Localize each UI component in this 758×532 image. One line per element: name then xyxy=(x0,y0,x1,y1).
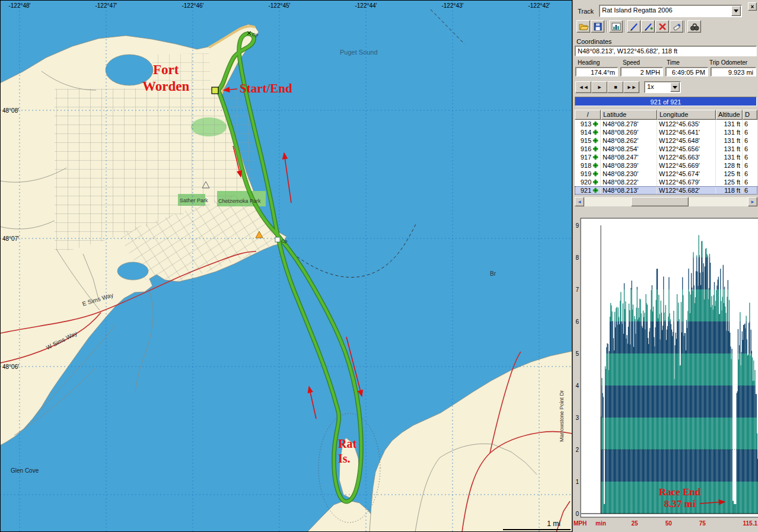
speed-profile-chart[interactable]: 0123456789 min255075115.1 MPH Race End 8… xyxy=(573,212,758,532)
table-row[interactable]: 918N48°08.239'W122°45.669'128 ft6 xyxy=(575,161,757,170)
chevron-down-icon xyxy=(734,9,738,12)
scrollbar-thumb[interactable] xyxy=(631,197,689,206)
axis-tick-label: 5 xyxy=(575,351,579,357)
cell-number: 913 xyxy=(575,120,601,128)
time-label: Time xyxy=(667,59,680,66)
column-header[interactable]: / xyxy=(575,110,601,120)
delete-button[interactable] xyxy=(655,20,669,33)
table-row[interactable]: 914N48°08.269'W122°45.641'131 ft6 xyxy=(575,128,757,136)
cell-altitude: 131 ft xyxy=(716,120,743,128)
map-panel[interactable]: Puget Sound Glen Cove Chetzemoka Park Sa… xyxy=(0,0,572,532)
current-trackpoint-marker[interactable] xyxy=(212,87,218,94)
column-header[interactable]: Latitude xyxy=(601,110,657,120)
cell-number: 919 xyxy=(575,170,601,178)
chetzemoka-label: Chetzemoka Park xyxy=(218,198,261,204)
start-end-label: Start/End xyxy=(240,81,292,95)
play-button[interactable]: ► xyxy=(591,81,607,93)
table-row[interactable]: 921N48°08.213'W122°45.682'118 ft6 xyxy=(575,186,757,195)
table-row[interactable]: 920N48°08.222'W122°45.679'125 ft6 xyxy=(575,178,757,186)
playback-speed-selector[interactable]: 1x xyxy=(644,81,681,93)
track-selector[interactable]: Rat Island Regatta 2006 xyxy=(599,5,742,17)
open-button[interactable] xyxy=(577,20,590,33)
cell-extra: 6 xyxy=(743,145,757,153)
axis-tick-label: -122°44' xyxy=(355,2,377,9)
playback-speed-dropdown[interactable] xyxy=(670,82,680,92)
table-row[interactable]: 916N48°08.254'W122°45.656'131 ft6 xyxy=(575,145,757,153)
table-hscrollbar[interactable]: ◄ ► xyxy=(575,197,757,206)
heading-label: Heading xyxy=(578,59,600,66)
toolbar-separator xyxy=(624,21,625,33)
cell-latitude: N48°08.239' xyxy=(601,161,657,170)
cell-latitude: N48°08.262' xyxy=(601,136,657,145)
cp-ferry-label: Cp xyxy=(281,238,288,244)
axis-tick-label: -122°46' xyxy=(181,2,203,9)
axis-tick-label: 25 xyxy=(632,520,639,527)
table-row[interactable]: 917N48°08.247'W122°45.663'131 ft6 xyxy=(575,153,757,161)
playback-speed-value: 1x xyxy=(647,83,654,90)
axis-tick-label: 7 xyxy=(575,286,579,293)
cell-extra: 6 xyxy=(743,170,757,178)
trip-odometer-field: 9.923 mi xyxy=(711,67,756,77)
open-icon xyxy=(578,22,589,31)
cell-altitude: 131 ft xyxy=(716,145,743,153)
find-button[interactable] xyxy=(687,20,701,33)
table-row[interactable]: 919N48°08.230'W122°45.674'125 ft6 xyxy=(575,170,757,178)
cell-altitude: 131 ft xyxy=(716,136,743,145)
pen-alt-button[interactable] xyxy=(641,20,655,33)
cell-longitude: W122°45.663' xyxy=(657,153,716,161)
rewind-button[interactable]: ◄◄ xyxy=(575,81,591,93)
cell-extra: 6 xyxy=(743,186,757,195)
column-header[interactable]: D xyxy=(743,110,757,120)
track-selector-dropdown[interactable] xyxy=(731,6,741,16)
save-icon xyxy=(593,22,603,31)
speed-field: 2 MPH xyxy=(620,67,663,77)
fort-worden-label-2: Worden xyxy=(142,79,189,94)
column-header[interactable]: Longitude xyxy=(657,110,716,120)
scroll-right-button[interactable]: ► xyxy=(748,197,757,206)
cell-altitude: 131 ft xyxy=(716,153,743,161)
trackpoint-icon xyxy=(593,179,598,185)
cell-longitude: W122°45.656' xyxy=(657,145,716,153)
time-field: 6:49:05 PM xyxy=(665,67,708,77)
cell-extra: 6 xyxy=(743,136,757,145)
coordinates-field: N48°08.213', W122°45.682', 118 ft xyxy=(575,46,757,56)
trackpoint-table[interactable]: /LatitudeLongitudeAltitudeD 913N48°08.27… xyxy=(575,110,757,195)
toolbar-separator xyxy=(606,21,607,33)
cell-altitude: 131 ft xyxy=(716,128,743,136)
axis-tick-label: 8 xyxy=(575,254,579,261)
table-row[interactable]: 913N48°08.278'W122°45.635'131 ft6 xyxy=(575,120,757,128)
pen-button[interactable] xyxy=(627,20,641,33)
cell-extra: 6 xyxy=(743,161,757,170)
cell-extra: 6 xyxy=(743,120,757,128)
race-end-label-1: Race End xyxy=(659,486,701,498)
fort-worden-label-1: Fort xyxy=(153,62,179,77)
axis-tick-label: 3 xyxy=(575,415,579,421)
close-button[interactable]: × xyxy=(748,2,757,11)
map-canvas[interactable]: Puget Sound Glen Cove Chetzemoka Park Sa… xyxy=(0,0,572,532)
cell-longitude: W122°45.669' xyxy=(657,161,716,170)
table-row[interactable]: 915N48°08.262'W122°45.648'131 ft6 xyxy=(575,136,757,145)
pen-alt-icon xyxy=(643,22,654,31)
track-label: Track xyxy=(578,8,594,15)
axis-tick-label: 115.1 xyxy=(743,520,758,527)
fast-forward-button[interactable]: ►► xyxy=(623,81,639,93)
scroll-left-button[interactable]: ◄ xyxy=(575,197,584,206)
cell-number: 915 xyxy=(575,136,601,145)
cell-latitude: N48°08.269' xyxy=(601,128,657,136)
axis-tick-label: min xyxy=(595,520,606,527)
scale-label: 1 mi xyxy=(547,520,560,528)
eraser-button[interactable] xyxy=(670,20,683,33)
trackpoint-icon xyxy=(593,146,598,152)
eraser-icon xyxy=(671,22,682,31)
ferry-poi-icon xyxy=(275,237,280,242)
coordinates-value: N48°08.213', W122°45.682', 118 ft xyxy=(575,46,756,56)
save-button[interactable] xyxy=(591,20,604,33)
trackpoint-icon xyxy=(593,129,598,135)
stop-button[interactable]: ■ xyxy=(607,81,623,93)
cell-latitude: N48°08.247' xyxy=(601,153,657,161)
profile-chart-button[interactable] xyxy=(609,20,623,33)
cell-longitude: W122°45.648' xyxy=(657,136,716,145)
axis-tick-label: -122°48' xyxy=(8,2,30,9)
chart-y-unit-label: MPH xyxy=(574,520,587,527)
column-header[interactable]: Altitude xyxy=(716,110,743,120)
